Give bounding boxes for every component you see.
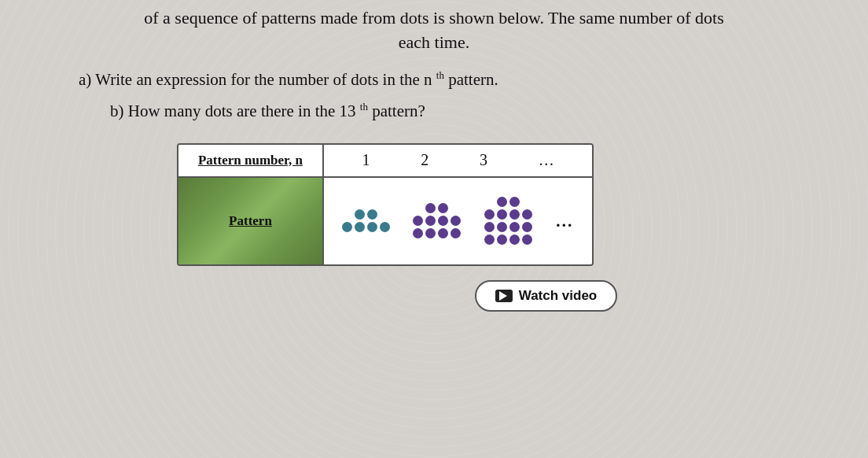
pattern-1 [342, 209, 390, 232]
question-a-label: a) [79, 70, 91, 89]
watch-video-button[interactable]: Watch video [475, 280, 618, 312]
dot [484, 222, 495, 232]
dot [497, 209, 507, 220]
num-2: 2 [421, 151, 428, 169]
header-line2: each time. [399, 32, 469, 52]
dot [438, 228, 448, 238]
question-b: b) How many dots are there in the 13 th … [110, 101, 837, 121]
pattern-table: Pattern number, n 1 2 3 … Pattern [177, 143, 594, 266]
dot [509, 197, 520, 207]
pattern-3 [484, 197, 532, 245]
pattern-3-row2 [484, 209, 532, 220]
num-1: 1 [362, 151, 370, 169]
dot [509, 222, 520, 232]
dot [425, 228, 436, 238]
dot [425, 216, 436, 226]
dot [380, 222, 390, 232]
pattern-3-row1 [497, 197, 520, 207]
dot [355, 222, 365, 232]
pattern-2-row3 [413, 228, 461, 238]
dot [355, 209, 365, 220]
dot [367, 209, 377, 220]
content-area: of a sequence of patterns made from dots… [0, 0, 868, 327]
question-b-end: pattern? [372, 102, 425, 120]
dot [509, 235, 520, 245]
dot [497, 197, 507, 207]
header-line1: of a sequence of patterns made from dots… [144, 8, 723, 28]
pattern-2-row2 [413, 216, 461, 226]
num-3: 3 [480, 151, 487, 169]
pattern-label-cell: Pattern [178, 178, 324, 264]
question-a-text: Write an expression for the number of do… [95, 70, 432, 89]
dot [342, 222, 352, 232]
dot [367, 222, 377, 232]
video-icon [495, 290, 513, 302]
table-body-row: Pattern [178, 178, 592, 264]
question-b-label: b) [110, 102, 124, 120]
question-a: a) Write an expression for the number of… [79, 69, 837, 90]
pattern-3-row4 [484, 235, 532, 245]
pattern-2 [413, 203, 461, 238]
patterns-ellipsis: … [555, 211, 574, 231]
dot [497, 235, 507, 245]
table-section: Pattern number, n 1 2 3 … Pattern [177, 143, 837, 312]
pattern-3-row3 [484, 222, 532, 232]
question-b-text: How many dots are there in the 13 [128, 102, 356, 120]
question-a-end: pattern. [448, 70, 498, 89]
dot [413, 216, 423, 226]
pattern-1-row1 [355, 209, 377, 220]
numbers-cell: 1 2 3 … [324, 145, 592, 176]
question-a-sup: th [436, 69, 444, 81]
pattern-2-row1 [425, 203, 448, 213]
dot [522, 235, 532, 245]
question-b-sup: th [360, 101, 368, 113]
patterns-cell: … [324, 178, 592, 264]
table-header-row: Pattern number, n 1 2 3 … [178, 145, 592, 178]
dot [509, 209, 520, 220]
pattern-number-header: Pattern number, n [198, 153, 303, 168]
dot [522, 209, 532, 220]
header-text: of a sequence of patterns made from dots… [31, 6, 837, 55]
pattern-label: Pattern [229, 213, 272, 229]
dot [451, 228, 461, 238]
dot [522, 222, 532, 232]
num-ellipsis: … [539, 151, 554, 169]
pattern-1-row2 [342, 222, 390, 232]
header-label-cell: Pattern number, n [178, 145, 324, 176]
dot [451, 216, 461, 226]
dot [413, 228, 423, 238]
dot [425, 203, 436, 213]
dot [438, 216, 448, 226]
watch-video-label: Watch video [519, 288, 598, 304]
dot [484, 235, 495, 245]
dot [484, 209, 495, 220]
dot [497, 222, 507, 232]
dot [438, 203, 448, 213]
